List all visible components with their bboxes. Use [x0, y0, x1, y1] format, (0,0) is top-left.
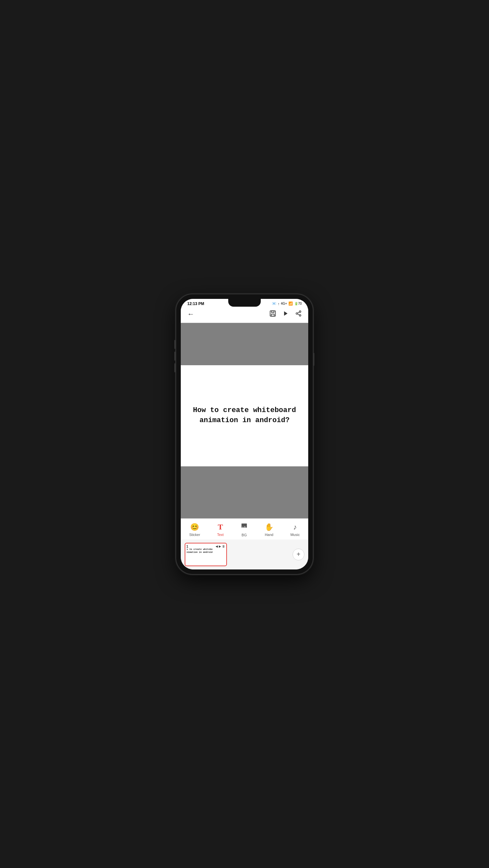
- add-slide-button[interactable]: +: [293, 549, 304, 560]
- text-icon: T: [218, 523, 223, 531]
- tool-bg[interactable]: BG: [237, 521, 251, 538]
- tool-text[interactable]: T Text: [214, 521, 227, 538]
- status-time: 12:13 PM: [187, 302, 204, 306]
- top-nav: ←: [181, 307, 308, 323]
- sticker-label: Sticker: [189, 533, 200, 537]
- timeline-slide-1[interactable]: 1 ◀ ▶ 🗑 v to create whitebonimation in a…: [185, 543, 227, 566]
- sticker-icon: 😊: [190, 523, 199, 531]
- timeline-strip: 1 ◀ ▶ 🗑 v to create whitebonimation in a…: [181, 539, 308, 569]
- svg-point-4: [299, 311, 301, 312]
- wifi-icon: 📶: [288, 302, 293, 306]
- back-button[interactable]: ←: [187, 310, 194, 318]
- slide-nav-next: ▶: [219, 545, 221, 548]
- tool-music[interactable]: ♪ Music: [287, 522, 303, 538]
- slide-nav-prev: ◀: [216, 545, 218, 548]
- slide-number: 1: [186, 545, 188, 548]
- music-icon: ♪: [293, 523, 297, 531]
- power-button: [313, 353, 315, 366]
- upload-icon: ↑: [278, 302, 280, 306]
- tool-hand[interactable]: ✋ Hand: [261, 522, 277, 538]
- phone-screen: 12:13 PM 📧 ↑ 4G+ 📶 🔋70 ←: [181, 299, 308, 569]
- canvas-area: How to create whiteboard animation in an…: [181, 323, 308, 518]
- bottom-toolbar: 😊 Sticker T Text BG ✋ Hand: [181, 518, 308, 539]
- slide-mini-icons: ◀ ▶ 🗑: [216, 545, 225, 548]
- tool-sticker[interactable]: 😊 Sticker: [186, 522, 203, 538]
- play-button[interactable]: [283, 310, 289, 319]
- svg-rect-0: [270, 311, 276, 316]
- nav-actions: [269, 310, 302, 319]
- text-label: Text: [217, 533, 224, 537]
- status-icons: 📧 ↑ 4G+ 📶 🔋70: [272, 302, 302, 306]
- bg-icon: [240, 523, 248, 532]
- volume-buttons: [174, 340, 175, 372]
- svg-rect-1: [271, 311, 274, 313]
- svg-rect-2: [271, 314, 274, 316]
- notification-icon: 📧: [272, 302, 276, 306]
- notch: [228, 299, 261, 307]
- slide-content[interactable]: How to create whiteboard animation in an…: [181, 365, 308, 466]
- svg-point-5: [296, 313, 298, 314]
- phone-frame: 12:13 PM 📧 ↑ 4G+ 📶 🔋70 ←: [176, 294, 313, 574]
- gray-strip-bottom: [181, 466, 308, 518]
- signal-icon: 4G+: [281, 302, 287, 305]
- music-label: Music: [290, 533, 300, 537]
- svg-marker-3: [284, 311, 288, 316]
- svg-line-8: [297, 312, 299, 313]
- gray-strip-top: [181, 323, 308, 365]
- bg-label: BG: [241, 533, 247, 537]
- hand-icon: ✋: [265, 523, 273, 531]
- slide-delete-icon[interactable]: 🗑: [222, 545, 225, 548]
- battery-icon: 🔋70: [294, 302, 302, 305]
- slide-text: How to create whiteboard animation in an…: [187, 406, 302, 426]
- save-button[interactable]: [269, 310, 276, 319]
- svg-line-7: [297, 314, 299, 315]
- share-button[interactable]: [295, 310, 302, 319]
- hand-label: Hand: [265, 533, 273, 537]
- svg-point-6: [299, 314, 301, 316]
